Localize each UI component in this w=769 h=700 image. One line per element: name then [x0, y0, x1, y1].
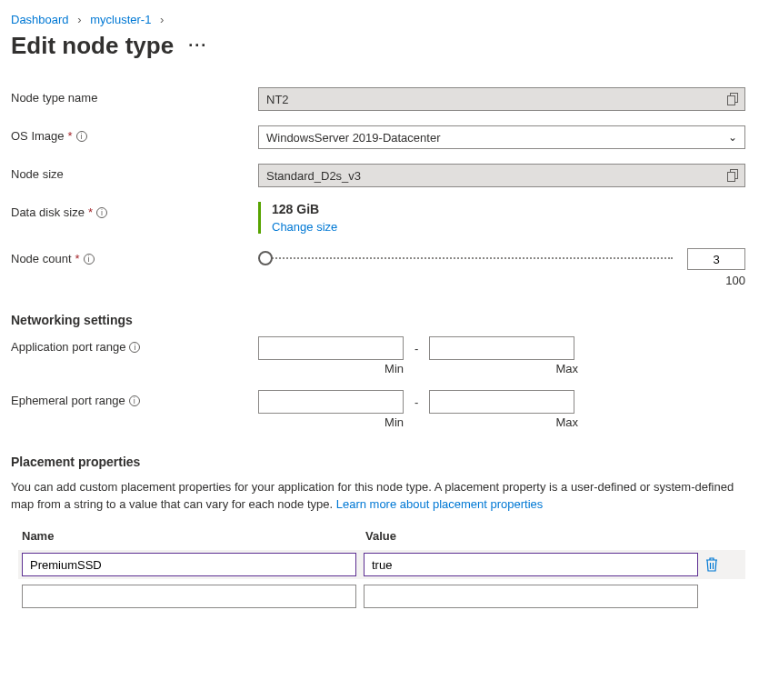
change-size-link[interactable]: Change size — [272, 220, 337, 234]
info-icon[interactable]: i — [96, 207, 107, 218]
column-header-name: Name — [22, 529, 365, 543]
learn-more-link[interactable]: Learn more about placement properties — [336, 497, 544, 511]
more-actions-button[interactable]: ··· — [188, 36, 207, 55]
breadcrumb-cluster[interactable]: mycluster-1 — [90, 13, 151, 26]
min-label: Min — [258, 362, 404, 375]
min-label: Min — [258, 415, 404, 429]
node-size-label: Node size — [11, 164, 258, 181]
ephemeral-port-range-label: Ephemeral port range — [11, 394, 125, 407]
placement-row — [22, 585, 758, 608]
os-image-label: OS Image — [11, 129, 65, 143]
placement-heading: Placement properties — [11, 455, 758, 469]
node-count-input[interactable] — [687, 248, 745, 270]
ephemeral-port-max-input[interactable] — [429, 390, 574, 414]
svg-rect-3 — [728, 173, 735, 182]
node-count-max: 100 — [258, 274, 745, 287]
networking-heading: Networking settings — [11, 313, 758, 327]
node-size-field: Standard_D2s_v3 — [258, 164, 745, 187]
required-indicator: * — [88, 205, 93, 219]
page-title: Edit node type ··· — [11, 32, 758, 60]
node-count-slider[interactable] — [258, 257, 673, 261]
placement-name-input[interactable] — [22, 553, 356, 576]
os-image-select[interactable]: WindowsServer 2019-Datacenter ⌄ — [258, 125, 745, 149]
chevron-down-icon: ⌄ — [728, 131, 737, 144]
required-indicator: * — [75, 252, 80, 265]
app-port-range-label: Application port range — [11, 340, 125, 354]
node-count-label: Node count — [11, 252, 72, 265]
chevron-right-icon: › — [77, 13, 81, 26]
data-disk-size-label: Data disk size — [11, 205, 85, 219]
required-indicator: * — [68, 129, 73, 143]
delete-icon[interactable] — [705, 557, 718, 572]
placement-description: You can add custom placement properties … — [11, 478, 758, 513]
range-separator: - — [411, 342, 422, 355]
copy-icon[interactable] — [727, 93, 739, 105]
placement-row — [18, 550, 745, 579]
breadcrumb-dashboard[interactable]: Dashboard — [11, 13, 69, 26]
info-icon[interactable]: i — [129, 342, 140, 353]
max-label: Max — [433, 362, 578, 375]
data-disk-size-value: 128 GiB — [272, 202, 758, 216]
node-type-name-field: NT2 — [258, 87, 745, 111]
svg-rect-1 — [728, 96, 735, 105]
info-icon[interactable]: i — [76, 131, 87, 142]
slider-thumb[interactable] — [258, 251, 273, 265]
column-header-value: Value — [365, 529, 396, 543]
app-port-min-input[interactable] — [258, 336, 404, 360]
app-port-max-input[interactable] — [429, 336, 574, 360]
range-separator: - — [411, 395, 422, 409]
copy-icon[interactable] — [727, 169, 739, 182]
info-icon[interactable]: i — [84, 254, 95, 265]
ephemeral-port-min-input[interactable] — [258, 390, 404, 414]
placement-name-input[interactable] — [22, 585, 356, 608]
placement-value-input[interactable] — [364, 585, 698, 608]
info-icon[interactable]: i — [129, 395, 140, 406]
chevron-right-icon: › — [160, 13, 164, 26]
node-type-name-label: Node type name — [11, 87, 258, 105]
placement-value-input[interactable] — [364, 553, 698, 576]
breadcrumb: Dashboard › mycluster-1 › — [11, 13, 758, 26]
max-label: Max — [433, 415, 578, 429]
